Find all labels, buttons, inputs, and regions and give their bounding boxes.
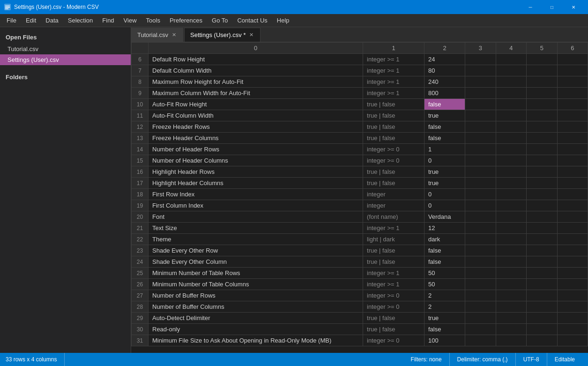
table-row[interactable]: 16Highlight Header Rowstrue | falsetrue bbox=[132, 166, 588, 178]
row-col4-cell[interactable] bbox=[496, 211, 526, 223]
tab-tutorial[interactable]: Tutorial.csv ✕ bbox=[131, 28, 183, 42]
row-col4-cell[interactable] bbox=[496, 290, 526, 301]
table-row[interactable]: 23Shade Every Other Rowtrue | falsefalse bbox=[132, 245, 588, 256]
row-num-cell[interactable]: 23 bbox=[132, 245, 149, 256]
row-col1-cell[interactable]: integer bbox=[363, 200, 424, 211]
row-col4-cell[interactable] bbox=[496, 110, 526, 121]
row-col6-cell[interactable] bbox=[557, 155, 588, 166]
row-col4-cell[interactable] bbox=[496, 76, 526, 88]
row-col2-cell[interactable]: 80 bbox=[424, 65, 465, 76]
row-col3-cell[interactable] bbox=[465, 211, 496, 223]
row-col0-cell[interactable]: Highlight Header Columns bbox=[149, 178, 363, 189]
row-col3-cell[interactable] bbox=[465, 200, 496, 211]
row-col6-cell[interactable] bbox=[557, 324, 588, 335]
row-col6-cell[interactable] bbox=[557, 133, 588, 144]
row-col5-cell[interactable] bbox=[527, 268, 557, 279]
row-col1-cell[interactable]: integer >= 1 bbox=[363, 223, 424, 234]
row-col2-cell[interactable]: true bbox=[424, 110, 465, 121]
row-col3-cell[interactable] bbox=[465, 324, 496, 335]
row-num-cell[interactable]: 16 bbox=[132, 166, 149, 178]
row-col1-cell[interactable]: integer >= 0 bbox=[363, 301, 424, 313]
row-col5-cell[interactable] bbox=[527, 211, 557, 223]
row-col4-cell[interactable] bbox=[496, 256, 526, 268]
row-col2-cell[interactable]: 0 bbox=[424, 189, 465, 200]
row-col1-cell[interactable]: integer >= 0 bbox=[363, 335, 424, 346]
row-col3-cell[interactable] bbox=[465, 223, 496, 234]
row-col0-cell[interactable]: First Row Index bbox=[149, 189, 363, 200]
row-col5-cell[interactable] bbox=[527, 88, 557, 99]
maximize-button[interactable]: □ bbox=[541, 0, 563, 14]
row-col5-cell[interactable] bbox=[527, 65, 557, 76]
row-col2-cell[interactable]: 12 bbox=[424, 223, 465, 234]
table-row[interactable]: 29Auto-Detect Delimitertrue | falsetrue bbox=[132, 313, 588, 324]
row-col1-cell[interactable]: true | false bbox=[363, 99, 424, 110]
row-col4-cell[interactable] bbox=[496, 245, 526, 256]
table-row[interactable]: 7Default Column Widthinteger >= 180 bbox=[132, 65, 588, 76]
row-col1-cell[interactable]: true | false bbox=[363, 324, 424, 335]
row-col0-cell[interactable]: Read-only bbox=[149, 324, 363, 335]
row-col4-cell[interactable] bbox=[496, 178, 526, 189]
col-header-1[interactable]: 1 bbox=[363, 43, 424, 54]
table-row[interactable]: 12Freeze Header Rowstrue | falsefalse bbox=[132, 121, 588, 133]
row-col6-cell[interactable] bbox=[557, 301, 588, 313]
row-num-cell[interactable]: 9 bbox=[132, 88, 149, 99]
row-col4-cell[interactable] bbox=[496, 54, 526, 65]
row-col5-cell[interactable] bbox=[527, 200, 557, 211]
table-row[interactable]: 8Maximum Row Height for Auto-Fitinteger … bbox=[132, 76, 588, 88]
table-row[interactable]: 28Number of Buffer Columnsinteger >= 02 bbox=[132, 301, 588, 313]
row-col6-cell[interactable] bbox=[557, 335, 588, 346]
row-col2-cell[interactable]: false bbox=[424, 99, 465, 110]
row-col0-cell[interactable]: Default Column Width bbox=[149, 65, 363, 76]
row-col5-cell[interactable] bbox=[527, 133, 557, 144]
row-col6-cell[interactable] bbox=[557, 189, 588, 200]
row-col2-cell[interactable]: 50 bbox=[424, 268, 465, 279]
row-col4-cell[interactable] bbox=[496, 335, 526, 346]
row-col2-cell[interactable]: true bbox=[424, 178, 465, 189]
row-col1-cell[interactable]: (font name) bbox=[363, 211, 424, 223]
row-col2-cell[interactable]: 0 bbox=[424, 200, 465, 211]
row-num-cell[interactable]: 17 bbox=[132, 178, 149, 189]
row-col6-cell[interactable] bbox=[557, 211, 588, 223]
row-col2-cell[interactable]: 240 bbox=[424, 76, 465, 88]
row-col5-cell[interactable] bbox=[527, 54, 557, 65]
menu-help[interactable]: Help bbox=[272, 15, 294, 26]
row-col3-cell[interactable] bbox=[465, 144, 496, 155]
row-col6-cell[interactable] bbox=[557, 245, 588, 256]
row-col0-cell[interactable]: Number of Header Columns bbox=[149, 155, 363, 166]
row-col5-cell[interactable] bbox=[527, 245, 557, 256]
row-col1-cell[interactable]: true | false bbox=[363, 245, 424, 256]
row-num-cell[interactable]: 18 bbox=[132, 189, 149, 200]
row-col3-cell[interactable] bbox=[465, 268, 496, 279]
row-col3-cell[interactable] bbox=[465, 245, 496, 256]
row-col1-cell[interactable]: integer bbox=[363, 189, 424, 200]
row-col2-cell[interactable]: 50 bbox=[424, 279, 465, 290]
row-col4-cell[interactable] bbox=[496, 144, 526, 155]
row-col1-cell[interactable]: integer >= 1 bbox=[363, 279, 424, 290]
row-col4-cell[interactable] bbox=[496, 223, 526, 234]
row-col4-cell[interactable] bbox=[496, 155, 526, 166]
row-num-cell[interactable]: 30 bbox=[132, 324, 149, 335]
row-col4-cell[interactable] bbox=[496, 279, 526, 290]
row-col5-cell[interactable] bbox=[527, 256, 557, 268]
row-col2-cell[interactable]: dark bbox=[424, 234, 465, 245]
row-col0-cell[interactable]: Auto-Fit Column Width bbox=[149, 110, 363, 121]
row-num-cell[interactable]: 6 bbox=[132, 54, 149, 65]
row-col5-cell[interactable] bbox=[527, 99, 557, 110]
row-col3-cell[interactable] bbox=[465, 178, 496, 189]
row-col3-cell[interactable] bbox=[465, 301, 496, 313]
row-col0-cell[interactable]: Minimum File Size to Ask About Opening i… bbox=[149, 335, 363, 346]
row-col1-cell[interactable]: integer >= 1 bbox=[363, 54, 424, 65]
row-col6-cell[interactable] bbox=[557, 144, 588, 155]
minimize-button[interactable]: ─ bbox=[520, 0, 541, 14]
table-row[interactable]: 31Minimum File Size to Ask About Opening… bbox=[132, 335, 588, 346]
col-header-0[interactable]: 0 bbox=[149, 43, 363, 54]
row-col0-cell[interactable]: Freeze Header Rows bbox=[149, 121, 363, 133]
table-row[interactable]: 20Font(font name)Verdana bbox=[132, 211, 588, 223]
row-num-cell[interactable]: 19 bbox=[132, 200, 149, 211]
row-col5-cell[interactable] bbox=[527, 223, 557, 234]
table-row[interactable]: 6Default Row Heightinteger >= 124 bbox=[132, 54, 588, 65]
row-col0-cell[interactable]: Minimum Number of Table Rows bbox=[149, 268, 363, 279]
row-col5-cell[interactable] bbox=[527, 324, 557, 335]
row-num-cell[interactable]: 27 bbox=[132, 290, 149, 301]
row-col5-cell[interactable] bbox=[527, 110, 557, 121]
